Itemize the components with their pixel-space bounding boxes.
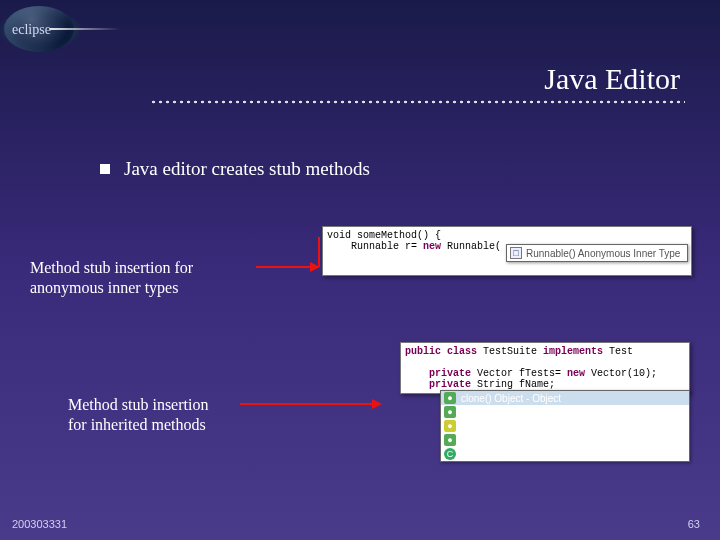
code-text: Runnable( bbox=[441, 241, 501, 252]
arrow-elbow bbox=[318, 237, 320, 267]
code-text: Vector fTests= bbox=[471, 368, 567, 379]
caption1-line1: Method stub insertion for bbox=[30, 259, 193, 276]
footer-id: 200303331 bbox=[12, 518, 67, 530]
suggestion-kind-icon: ● bbox=[444, 406, 456, 418]
code-text: Test bbox=[603, 346, 633, 357]
caption-anon-inner: Method stub insertion for anonymous inne… bbox=[30, 258, 260, 298]
logo-text: eclipse bbox=[12, 22, 51, 38]
suggestion-label: Runnable() Anonymous Inner Type bbox=[526, 248, 680, 259]
bullet-square-icon bbox=[100, 164, 110, 174]
code-line: private Vector fTests= new Vector(10); bbox=[405, 368, 685, 379]
suggestion-popup-inherited[interactable]: ●clone() Object - Object●equals(Object o… bbox=[440, 390, 690, 462]
suggestion-row[interactable]: ●clone() Object - Object bbox=[441, 391, 689, 405]
suggestion-kind-icon: ● bbox=[444, 392, 456, 404]
caption-inherited: Method stub insertion for inherited meth… bbox=[68, 395, 258, 435]
code-line: public class TestSuite implements Test bbox=[405, 346, 685, 357]
eclipse-logo: eclipse bbox=[0, 0, 140, 60]
caption2-line1: Method stub insertion bbox=[68, 396, 208, 413]
code-keyword: private bbox=[429, 379, 471, 390]
suggestion-kind-icon: ● bbox=[444, 434, 456, 446]
suggestion-kind-icon: C bbox=[444, 448, 456, 460]
suggestion-label: equals(Object obj) boolean - Object bbox=[461, 407, 618, 418]
logo-flare bbox=[50, 28, 120, 30]
suggestion-label: finalize() void - Object bbox=[461, 421, 558, 432]
code-keyword: implements bbox=[543, 346, 603, 357]
suggestion-row[interactable]: CTestSuite - junit.framework bbox=[441, 447, 689, 461]
caption1-line2: anonymous inner types bbox=[30, 279, 178, 296]
code-blank-line bbox=[405, 357, 685, 368]
arrow-icon bbox=[256, 266, 318, 268]
code-keyword: new bbox=[423, 241, 441, 252]
suggestion-label: TestSuite - junit.framework bbox=[461, 449, 579, 460]
suggestion-label: hashCode() int - Object bbox=[461, 435, 564, 446]
code-text: Vector(10); bbox=[585, 368, 657, 379]
suggestion-popup-anon[interactable]: □ Runnable() Anonymous Inner Type bbox=[506, 244, 688, 262]
title-underline-dots bbox=[150, 100, 685, 108]
suggestion-row[interactable]: ●equals(Object obj) boolean - Object bbox=[441, 405, 689, 419]
code-keyword: private bbox=[429, 368, 471, 379]
code-keyword: new bbox=[567, 368, 585, 379]
suggestion-label: clone() Object - Object bbox=[461, 393, 561, 404]
code-text: Runnable r= bbox=[327, 241, 423, 252]
bullet-text: Java editor creates stub methods bbox=[124, 158, 370, 180]
code-line: private String fName; bbox=[405, 379, 685, 390]
code-popup-inherited: public class TestSuite implements Test p… bbox=[400, 342, 690, 394]
suggestion-type-icon: □ bbox=[510, 247, 522, 259]
bullet-row: Java editor creates stub methods bbox=[100, 158, 370, 180]
code-keyword: public class bbox=[405, 346, 477, 357]
suggestion-kind-icon: ● bbox=[444, 420, 456, 432]
page-number: 63 bbox=[688, 518, 700, 530]
code-line: void someMethod() { bbox=[327, 230, 687, 241]
arrow-icon bbox=[240, 403, 380, 405]
suggestion-row[interactable]: ●hashCode() int - Object bbox=[441, 433, 689, 447]
caption2-line2: for inherited methods bbox=[68, 416, 206, 433]
suggestion-row[interactable]: ●finalize() void - Object bbox=[441, 419, 689, 433]
code-text: String fName; bbox=[471, 379, 555, 390]
code-text: TestSuite bbox=[477, 346, 543, 357]
slide-title: Java Editor bbox=[544, 62, 680, 96]
